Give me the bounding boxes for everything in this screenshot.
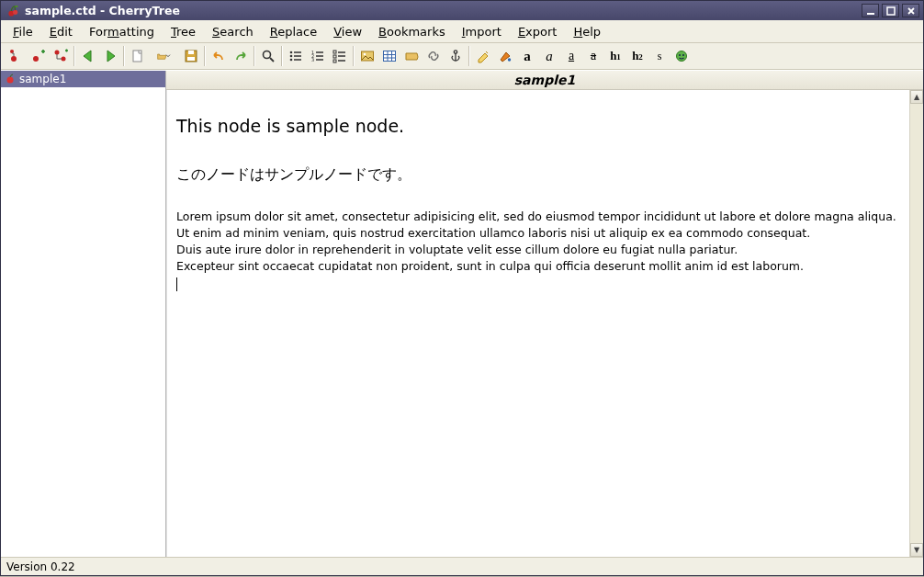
special-char-icon[interactable]	[670, 45, 693, 67]
scroll-down-icon[interactable]: ▼	[910, 543, 923, 557]
menu-bar: File Edit Formatting Tree Search Replace…	[1, 20, 923, 43]
svg-point-28	[508, 58, 511, 61]
menu-tree[interactable]: Tree	[163, 20, 204, 42]
svg-point-29	[677, 51, 687, 62]
cherry-icon	[6, 5, 19, 17]
svg-point-5	[11, 56, 17, 62]
svg-point-27	[454, 51, 456, 53]
insert-codebox-icon[interactable]	[400, 45, 423, 67]
editor-area[interactable]: This node is sample node.このノードはサンプルノードです…	[167, 90, 923, 557]
underline-icon[interactable]: a	[560, 45, 582, 67]
menu-export[interactable]: Export	[510, 20, 566, 42]
tree-node-label: sample1	[19, 73, 66, 85]
format-clear-icon[interactable]	[472, 45, 494, 67]
bullet-list-icon[interactable]	[285, 45, 307, 67]
h2-icon[interactable]: h2	[626, 45, 648, 67]
h1-icon[interactable]: h1	[604, 45, 626, 67]
heading-jp: このノードはサンプルノードです。	[176, 164, 914, 185]
window-title: sample.ctd - CherryTree	[25, 4, 180, 17]
menu-bookmarks[interactable]: Bookmarks	[370, 20, 454, 42]
new-doc-icon[interactable]	[127, 45, 149, 67]
find-icon[interactable]	[257, 45, 279, 67]
open-doc-icon[interactable]	[149, 45, 180, 67]
svg-point-14	[264, 51, 271, 59]
menu-view[interactable]: View	[325, 20, 370, 42]
svg-rect-13	[187, 57, 195, 61]
node-title: sample1	[514, 73, 575, 87]
svg-rect-3	[867, 13, 874, 15]
svg-point-7	[33, 56, 39, 62]
menu-edit[interactable]: Edit	[41, 20, 81, 42]
svg-point-16	[290, 55, 293, 58]
svg-point-32	[7, 77, 14, 84]
tree-node-sample1[interactable]: sample1	[1, 71, 165, 87]
body-text: Lorem ipsum dolor sit amet, consectetur …	[176, 209, 896, 273]
editor-panel: sample1 This node is sample node.このノードはサ…	[166, 71, 923, 557]
insert-link-icon[interactable]	[423, 45, 445, 67]
status-bar: Version 0.22	[1, 557, 923, 575]
svg-rect-12	[188, 51, 194, 54]
svg-rect-21	[333, 51, 336, 53]
svg-point-31	[682, 54, 684, 56]
toolbar: 123 a a a a h1 h2 s	[1, 43, 923, 70]
insert-image-icon[interactable]	[356, 45, 378, 67]
node-add-child-icon[interactable]	[50, 45, 72, 67]
menu-import[interactable]: Import	[454, 20, 510, 42]
svg-rect-4	[887, 7, 895, 15]
svg-rect-23	[333, 60, 336, 62]
strike-icon[interactable]: a	[582, 45, 604, 67]
text-caret	[176, 277, 177, 291]
status-version: Version 0.22	[6, 560, 75, 573]
svg-point-25	[364, 53, 366, 56]
redo-icon[interactable]	[230, 45, 252, 67]
menu-search[interactable]: Search	[204, 20, 262, 42]
format-color-icon[interactable]	[494, 45, 516, 67]
todo-list-icon[interactable]	[329, 45, 351, 67]
number-list-icon[interactable]: 123	[307, 45, 329, 67]
svg-point-30	[679, 54, 681, 56]
work-area: sample1 sample1 This node is sample node…	[1, 70, 923, 557]
svg-point-1	[13, 9, 17, 14]
menu-replace[interactable]: Replace	[262, 20, 325, 42]
menu-help[interactable]: Help	[565, 20, 609, 42]
close-button[interactable]	[902, 4, 919, 17]
node-title-bar: sample1	[166, 71, 923, 90]
title-bar: sample.ctd - CherryTree	[0, 0, 924, 20]
svg-rect-10	[133, 51, 141, 62]
menu-file[interactable]: File	[5, 20, 41, 42]
node-add-icon[interactable]	[6, 45, 28, 67]
svg-point-9	[62, 57, 66, 62]
svg-point-8	[55, 51, 60, 55]
svg-point-15	[290, 51, 293, 54]
svg-rect-24	[362, 51, 374, 61]
heading-large: This node is sample node.	[176, 114, 914, 140]
node-add-plus-icon[interactable]	[28, 45, 50, 67]
minimize-button[interactable]	[862, 4, 879, 17]
insert-anchor-icon[interactable]	[445, 45, 467, 67]
insert-table-icon[interactable]	[378, 45, 400, 67]
back-icon[interactable]	[77, 45, 99, 67]
scroll-track[interactable]	[910, 104, 923, 543]
small-text-icon[interactable]: s	[648, 45, 670, 67]
svg-rect-26	[384, 51, 396, 62]
vertical-scrollbar[interactable]: ▲ ▼	[909, 90, 923, 557]
undo-icon[interactable]	[208, 45, 230, 67]
svg-rect-22	[333, 55, 336, 58]
scroll-up-icon[interactable]: ▲	[910, 90, 923, 104]
forward-icon[interactable]	[99, 45, 121, 67]
maximize-button[interactable]	[882, 4, 899, 17]
svg-text:3: 3	[311, 57, 314, 62]
svg-point-17	[290, 59, 293, 62]
save-doc-icon[interactable]	[180, 45, 202, 67]
svg-point-2	[15, 5, 18, 6]
tree-panel[interactable]: sample1	[1, 71, 166, 557]
bold-icon[interactable]: a	[516, 45, 538, 67]
menu-formatting[interactable]: Formatting	[81, 20, 163, 42]
italic-icon[interactable]: a	[538, 45, 560, 67]
svg-point-6	[10, 50, 14, 53]
cherry-node-icon	[5, 74, 16, 85]
